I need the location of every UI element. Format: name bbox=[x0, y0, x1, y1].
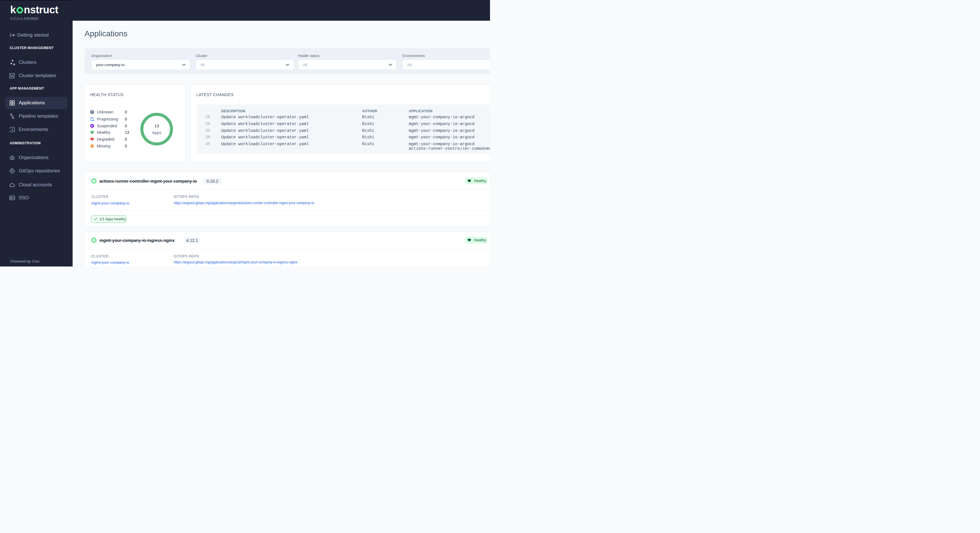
svg-text:?: ? bbox=[91, 111, 93, 114]
